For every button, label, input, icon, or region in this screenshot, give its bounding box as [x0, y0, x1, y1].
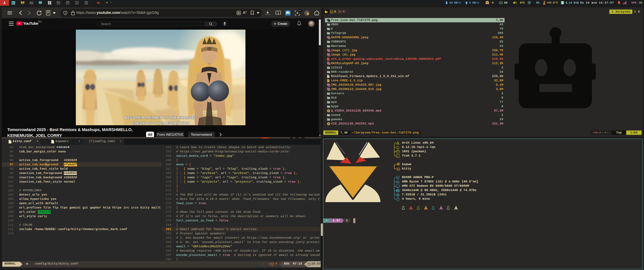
svg-text:CHECK OUT THE DESCRIPTION: CHECK OUT THE DESCRIPTION [132, 121, 189, 125]
svg-text:BECOME A MEMBER OF THE CHANNEL: BECOME A MEMBER OF THE CHANNEL [125, 115, 196, 120]
